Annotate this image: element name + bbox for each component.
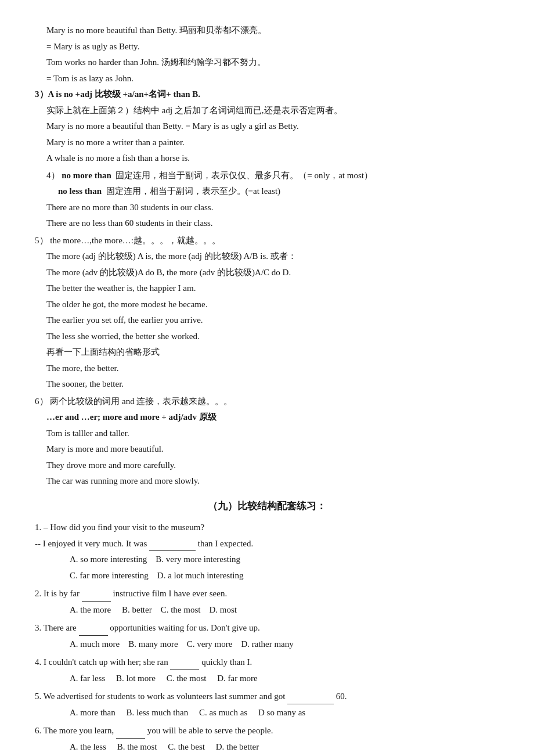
question-4: 4. I couldn't catch up with her; she ran… (35, 655, 499, 686)
q3-mid: opportunities waiting for us. Don't give… (110, 623, 260, 632)
line-3: Tom works no harder than John. 汤姆和约翰学习都不… (35, 55, 499, 70)
s5-l4: The older he got, the more modest he bec… (35, 297, 499, 312)
q1-options-1: A. so more interesting B. very more inte… (35, 552, 499, 567)
q6-stem: 6. The more you learn, (35, 726, 114, 735)
s4-item-2: no less than 固定连用，相当于副词，表示至少。(=at least) (35, 184, 499, 199)
s3-title-bold: 3）A is no +adj 比较级 +a/an+名词+ than B. (35, 89, 200, 99)
s6-l4: The car was running more and more slowly… (35, 474, 499, 489)
s4-title-2: no less than (58, 186, 102, 196)
s4-desc-2: 固定连用，相当于副词，表示至少。(=at least) (106, 186, 281, 196)
s3-desc: 实际上就在上面第２）结构中 adj 之后加了名词词组而已,还是表示否定两者。 (35, 103, 499, 118)
exercise-title: （九）比较结构配套练习： (35, 498, 499, 515)
q1-stem: 1. – How did you find your visit to the … (35, 520, 499, 535)
q5-options: A. more than B. less much than C. as muc… (35, 705, 499, 721)
q5-end: 60. (336, 692, 347, 701)
section-6: 6） 两个比较级的词用 and 连接，表示越来越。。。 …er and …er;… (35, 394, 499, 489)
q1-D: D. a lot much interesting (157, 571, 244, 580)
question-1: 1. – How did you find your visit to the … (35, 520, 499, 583)
q3-C: C. very more (187, 639, 233, 649)
s6-l3: They drove more and more carefully. (35, 458, 499, 473)
q3-stem: 3. There are (35, 623, 77, 632)
q2-stem: 2. It is by far (35, 589, 80, 598)
q5-C: C. as much as (199, 708, 247, 717)
q2-blank (82, 593, 111, 602)
q1-options-2: C. far more interesting D. a lot much in… (35, 568, 499, 584)
s3-l2: Mary is no more a writer than a painter. (35, 135, 499, 150)
q1-A: A. so more interesting (70, 555, 147, 564)
q2-D: D. most (209, 605, 237, 614)
q4-A: A. far less (70, 674, 105, 683)
s4-item-1: 4） no more than 固定连用，相当于副词，表示仅仅、最多只有。（= … (35, 168, 499, 183)
q3-blank (79, 627, 108, 636)
s5-l5: The earlier you set off, the earlier you… (35, 313, 499, 328)
s6-title: 6） 两个比较级的词用 and 连接，表示越来越。。。 (35, 394, 499, 409)
q1-C: C. far more interesting (70, 571, 149, 580)
q5-A: A. more than (70, 708, 116, 717)
q6-mid: you will be able to serve the people. (147, 726, 273, 735)
question-5: 5. We advertised for students to work as… (35, 689, 499, 720)
q6-B: B. the most (117, 742, 157, 751)
q6-D: D. the better (216, 742, 259, 751)
q6-options: A. the less B. the most C. the best D. t… (35, 740, 499, 755)
s6-bold-text: …er and …er; more and more + adj/adv 原级 (46, 412, 217, 422)
main-content: Mary is no more beautiful than Betty. 玛丽… (35, 23, 499, 754)
q2-A: A. the more (70, 605, 111, 614)
q4-D: D. far more (217, 674, 258, 683)
q4-blank (170, 661, 199, 670)
q1-B: B. very more interesting (156, 555, 240, 564)
q5-D: D so many as (258, 708, 305, 717)
s6-bold: …er and …er; more and more + adj/adv 原级 (35, 410, 499, 425)
q4-mid: quickly than I. (201, 657, 252, 667)
q4-stem: 4. I couldn't catch up with her; she ran (35, 657, 168, 667)
s4-l2: There are no less than 60 students in th… (35, 216, 499, 231)
q3-D: D. rather many (241, 639, 293, 649)
q3-A: A. much more (70, 639, 120, 649)
section-5: 5） the more…,the more…:越。。。，就越。。。 The mo… (35, 233, 499, 392)
q2-C: C. the most (161, 605, 201, 614)
s5-l6: The less she worried, the better she wor… (35, 329, 499, 344)
s4-desc-1: 固定连用，相当于副词，表示仅仅、最多只有。（= only，at most） (116, 171, 373, 180)
q5-blank (287, 696, 334, 704)
q1-blank (149, 542, 196, 551)
s3-l1: Mary is no more a beautiful than Betty. … (35, 119, 499, 134)
s5-l2: The more (adv 的比较级)A do B, the more (adv… (35, 265, 499, 280)
s5-l9: The sooner, the better. (35, 377, 499, 392)
q5-stem: 5. We advertised for students to work as… (35, 692, 285, 701)
q4-options: A. far less B. lot more C. the most D. f… (35, 671, 499, 686)
section-3: 3）A is no +adj 比较级 +a/an+名词+ than B. 实际上… (35, 87, 499, 166)
s4-l1: There are no more than 30 students in ou… (35, 200, 499, 215)
question-2: 2. It is by far instructive film I have … (35, 586, 499, 617)
q2-B: B. better (122, 605, 152, 614)
line-2: = Mary is as ugly as Betty. (35, 39, 499, 55)
q3-options: A. much more B. many more C. very more D… (35, 637, 499, 652)
question-6: 6. The more you learn, you will be able … (35, 723, 499, 754)
s5-l8: The more, the better. (35, 361, 499, 376)
q1-end: than I expected. (198, 539, 253, 548)
q2-options: A. the more B. better C. the most D. mos… (35, 603, 499, 618)
s6-l2: Mary is more and more beautiful. (35, 442, 499, 457)
s5-title: 5） the more…,the more…:越。。。，就越。。。 (35, 233, 499, 249)
s4-title-1: no more than (62, 171, 111, 180)
q4-C: C. the most (167, 674, 207, 683)
q2-stem-line: 2. It is by far instructive film I have … (35, 586, 499, 602)
s6-l1: Tom is talller and taller. (35, 426, 499, 441)
q5-stem-line: 5. We advertised for students to work as… (35, 689, 499, 704)
q1-answer-line: -- I enjoyed it very much. It was than I… (35, 537, 499, 552)
line-1: Mary is no more beautiful than Betty. 玛丽… (35, 23, 499, 38)
q5-B: B. less much than (126, 708, 188, 717)
q3-B: B. many more (128, 639, 178, 649)
q4-stem-line: 4. I couldn't catch up with her; she ran… (35, 655, 499, 670)
s5-l7: 再看一下上面结构的省略形式 (35, 345, 499, 360)
q1-answer-text: -- I enjoyed it very much. It was (35, 539, 147, 548)
section-4: 4） no more than 固定连用，相当于副词，表示仅仅、最多只有。（= … (35, 168, 499, 231)
s5-l3: The better the weather is, the happier I… (35, 281, 499, 296)
q6-stem-line: 6. The more you learn, you will be able … (35, 723, 499, 739)
q2-mid: instructive film I have ever seen. (113, 589, 228, 598)
s3-l3: A whale is no more a fish than a horse i… (35, 151, 499, 166)
q6-C: C. the best (168, 742, 205, 751)
question-3: 3. There are opportunities waiting for u… (35, 621, 499, 651)
q6-A: A. the less (70, 742, 106, 751)
line-4: = Tom is as lazy as John. (35, 71, 499, 87)
s3-title: 3）A is no +adj 比较级 +a/an+名词+ than B. (35, 87, 499, 102)
s5-l1: The more (adj 的比较级) A is, the more (adj … (35, 249, 499, 264)
